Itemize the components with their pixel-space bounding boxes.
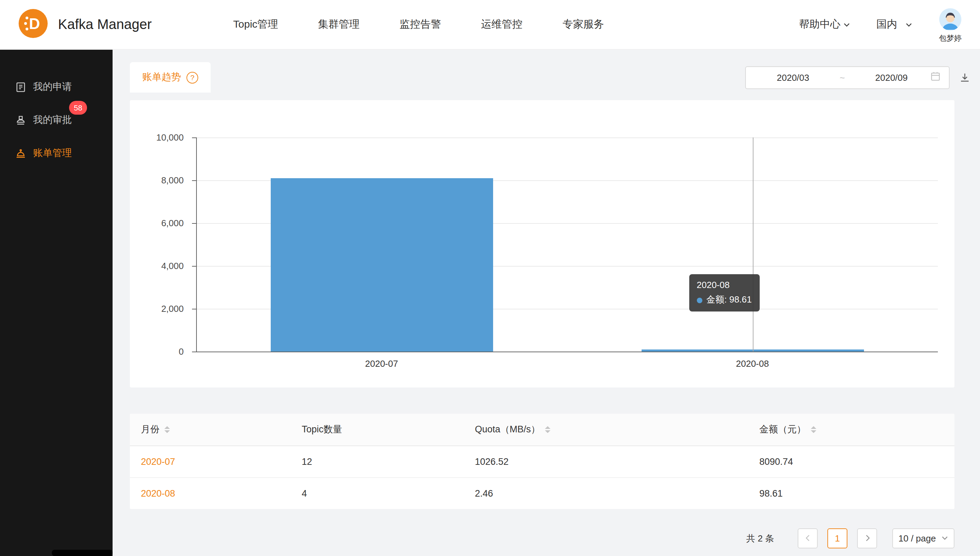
date-end-value[interactable]: 2020/09 bbox=[852, 72, 930, 82]
tooltip-row: 金额: 98.61 bbox=[697, 294, 752, 307]
sidebar-item-label: 我的申请 bbox=[33, 81, 72, 93]
column-label: Topic数量 bbox=[302, 423, 342, 436]
y-axis-labels: 10,0008,0006,0004,0002,0000 bbox=[130, 137, 191, 352]
tooltip-title: 2020-08 bbox=[697, 280, 752, 293]
pagination: 共 2 条 1 10 / page bbox=[130, 529, 954, 548]
column-header-month[interactable]: 月份 bbox=[130, 414, 291, 446]
table-row: 2020-07 12 1026.52 8090.74 bbox=[130, 446, 954, 478]
table-row: 2020-08 4 2.46 98.61 bbox=[130, 478, 954, 509]
billing-trend-chart-card: 10,0008,0006,0004,0002,0000 2020-08 金额: … bbox=[130, 100, 954, 388]
toolbar: 账单趋势 2020/03 ~ 2020/09 bbox=[130, 62, 970, 92]
sort-caret-icon[interactable] bbox=[811, 426, 816, 433]
tooltip-series-dot bbox=[697, 297, 702, 303]
help-circle-icon bbox=[186, 71, 198, 83]
y-tick-label: 8,000 bbox=[161, 175, 184, 186]
bell-icon bbox=[15, 148, 26, 159]
nav-ops-control[interactable]: 运维管控 bbox=[481, 18, 523, 31]
quota-cell: 1026.52 bbox=[464, 446, 748, 478]
main-content: 账单趋势 2020/03 ~ 2020/09 bbox=[113, 50, 980, 556]
column-header-topic-count: Topic数量 bbox=[291, 414, 464, 446]
sidebar-scrollbar-thumb[interactable] bbox=[52, 550, 113, 556]
y-tick-label: 10,000 bbox=[156, 132, 184, 142]
sidebar: 我的申请 我的审批 58 bbox=[0, 50, 113, 556]
month-link[interactable]: 2020-07 bbox=[141, 457, 175, 467]
date-range-picker[interactable]: 2020/03 ~ 2020/09 bbox=[745, 66, 949, 89]
date-start-value[interactable]: 2020/03 bbox=[754, 72, 832, 82]
amount-cell: 8090.74 bbox=[748, 446, 954, 478]
crosshair-line bbox=[753, 137, 754, 352]
header-right: 帮助中心 国内 bbox=[799, 7, 962, 42]
chevron-left-icon bbox=[804, 533, 811, 543]
region-selector[interactable]: 国内 bbox=[877, 18, 912, 31]
y-tick-mark bbox=[192, 180, 197, 181]
stamp-icon bbox=[15, 115, 26, 126]
chevron-right-icon bbox=[864, 533, 870, 543]
sort-caret-icon[interactable] bbox=[545, 426, 551, 433]
toolbar-right: 2020/03 ~ 2020/09 bbox=[745, 66, 970, 89]
clipboard-icon bbox=[15, 81, 26, 92]
y-tick-mark bbox=[192, 309, 197, 309]
tab-label: 账单趋势 bbox=[142, 71, 181, 84]
sidebar-item-my-approvals[interactable]: 我的审批 58 bbox=[0, 103, 113, 137]
avatar bbox=[938, 7, 962, 33]
chevron-down-icon bbox=[843, 21, 850, 28]
user-name: 包梦婷 bbox=[939, 34, 962, 42]
y-tick-label: 4,000 bbox=[161, 261, 184, 271]
column-label: 月份 bbox=[141, 423, 160, 436]
app-title: Kafka Manager bbox=[58, 16, 152, 32]
help-center-label: 帮助中心 bbox=[799, 18, 841, 31]
region-label: 国内 bbox=[877, 18, 897, 31]
x-axis-label: 2020-08 bbox=[736, 359, 769, 369]
approvals-count-badge: 58 bbox=[69, 101, 87, 115]
nav-topic-management[interactable]: Topic管理 bbox=[233, 18, 278, 31]
chevron-down-icon bbox=[941, 533, 948, 543]
y-tick-mark bbox=[192, 223, 197, 224]
app-root: D Kafka Manager Topic管理 集群管理 监控告警 运维管控 专… bbox=[0, 0, 980, 556]
x-axis-labels: 2020-072020-08 bbox=[196, 352, 938, 375]
chart-tooltip: 2020-08 金额: 98.61 bbox=[689, 275, 760, 312]
topic-count-cell: 4 bbox=[291, 478, 464, 509]
sidebar-item-label: 我的审批 bbox=[33, 114, 72, 126]
column-label: 金额（元） bbox=[759, 423, 806, 436]
topic-count-cell: 12 bbox=[291, 446, 464, 478]
month-link[interactable]: 2020-08 bbox=[141, 488, 175, 499]
billing-table-card: 月份 Topic数量 Quota（ bbox=[130, 414, 954, 509]
download-icon[interactable] bbox=[959, 72, 970, 83]
svg-text:D: D bbox=[29, 15, 40, 32]
app-logo-icon: D bbox=[18, 8, 48, 41]
app-header: D Kafka Manager Topic管理 集群管理 监控告警 运维管控 专… bbox=[0, 0, 980, 50]
column-label: Quota（MB/s） bbox=[475, 423, 540, 436]
chevron-down-icon bbox=[906, 21, 912, 28]
date-separator: ~ bbox=[832, 72, 852, 82]
next-page-button[interactable] bbox=[857, 529, 877, 548]
column-header-quota[interactable]: Quota（MB/s） bbox=[464, 414, 748, 446]
sidebar-item-my-applications[interactable]: 我的申请 bbox=[0, 70, 113, 103]
amount-cell: 98.61 bbox=[748, 478, 954, 509]
y-tick-mark bbox=[192, 137, 197, 138]
nav-cluster-management[interactable]: 集群管理 bbox=[318, 18, 360, 31]
y-tick-label: 6,000 bbox=[161, 218, 184, 228]
nav-expert-service[interactable]: 专家服务 bbox=[562, 18, 604, 31]
tab-billing-trend[interactable]: 账单趋势 bbox=[130, 62, 211, 92]
bar-2020-07[interactable] bbox=[271, 178, 494, 352]
page-number-button[interactable]: 1 bbox=[827, 529, 848, 548]
page-size-value: 10 / page bbox=[899, 533, 936, 543]
x-axis-label: 2020-07 bbox=[365, 359, 398, 369]
page-size-select[interactable]: 10 / page bbox=[892, 529, 954, 548]
pagination-total: 共 2 条 bbox=[746, 532, 774, 545]
top-nav: Topic管理 集群管理 监控告警 运维管控 专家服务 bbox=[233, 18, 604, 31]
nav-monitor-alert[interactable]: 监控告警 bbox=[400, 18, 441, 31]
column-header-amount[interactable]: 金额（元） bbox=[748, 414, 954, 446]
table-header-row: 月份 Topic数量 Quota（ bbox=[130, 414, 954, 446]
prev-page-button[interactable] bbox=[798, 529, 818, 548]
quota-cell: 2.46 bbox=[464, 478, 748, 509]
y-tick-label: 2,000 bbox=[161, 304, 184, 314]
help-center-menu[interactable]: 帮助中心 bbox=[799, 18, 850, 31]
calendar-icon bbox=[930, 71, 941, 84]
y-tick-mark bbox=[192, 266, 197, 267]
sidebar-item-label: 账单管理 bbox=[33, 147, 72, 160]
sort-caret-icon[interactable] bbox=[165, 426, 170, 433]
billing-table: 月份 Topic数量 Quota（ bbox=[130, 414, 954, 509]
sidebar-item-billing-management[interactable]: 账单管理 bbox=[0, 137, 113, 170]
user-menu[interactable]: 包梦婷 bbox=[938, 7, 962, 42]
